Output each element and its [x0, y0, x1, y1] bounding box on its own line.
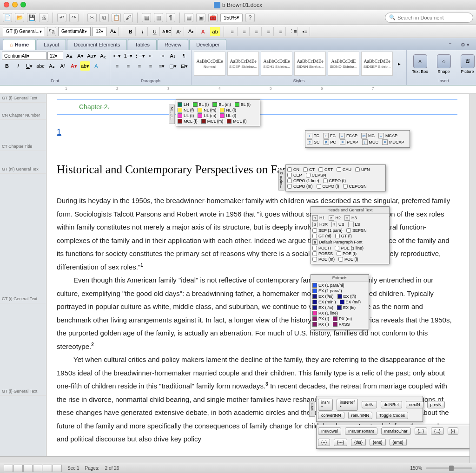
tab-review[interactable]: Review — [158, 39, 188, 50]
chapter-style[interactable]: CEPOSN — [343, 184, 367, 189]
styles-pane-button[interactable]: ¶a — [47, 27, 56, 36]
format-painter-button[interactable]: 🖌 — [124, 13, 133, 22]
style-label[interactable]: GT (i) General Text — [0, 94, 46, 103]
head-style[interactable]: 3H3R — [312, 222, 328, 227]
insert-char[interactable]: {...} — [415, 427, 428, 435]
head-style[interactable]: POE (l) — [338, 257, 358, 262]
note-action[interactable]: delN — [362, 401, 377, 408]
insert-char[interactable]: InsMiscChar — [381, 427, 411, 435]
head-style[interactable]: 2H2 — [329, 215, 341, 221]
redo-button[interactable]: ↷ — [69, 13, 79, 22]
pages-value[interactable]: 2 of 26 — [105, 466, 119, 471]
print-button[interactable]: 🖨 — [39, 13, 48, 22]
caption-style[interactable]: MMC — [361, 133, 375, 138]
superscript-button[interactable]: A² — [174, 27, 184, 36]
tab-home[interactable]: ⌂Home — [3, 39, 36, 50]
rib-sup[interactable]: A² — [58, 61, 68, 71]
style-label[interactable]: CT Chapter Title — [0, 142, 46, 151]
rib-shading[interactable]: ▢▾ — [168, 61, 178, 71]
style-swatch[interactable]: BL (m) — [212, 102, 231, 107]
rib-dedent[interactable]: ⇤ — [145, 51, 156, 60]
style-label[interactable]: GT (i) General Text — [0, 295, 46, 303]
style-card[interactable]: AaBbCcDdEeSIDSEP Sideb... — [361, 52, 393, 76]
style-swatch[interactable]: BL (l) — [235, 102, 251, 107]
extract-style[interactable]: EX (f/i) — [337, 294, 357, 299]
caption-style[interactable]: TTC — [307, 133, 319, 138]
head-style[interactable]: 3H3 — [344, 215, 357, 221]
highlight-button[interactable]: ab — [210, 27, 220, 36]
extract-style[interactable]: PXSS — [333, 322, 350, 327]
style-label[interactable]: GT (ni) General Tex — [0, 165, 46, 174]
rib-highlight[interactable]: ab▾ — [80, 61, 90, 71]
notebook-view[interactable] — [33, 465, 42, 472]
rib-bold[interactable]: B — [2, 61, 12, 71]
head-style[interactable]: GT (i) — [335, 234, 352, 238]
caption-style[interactable]: ?SC — [307, 139, 320, 145]
style-swatch[interactable]: BL (f) — [193, 102, 209, 107]
caption-style[interactable]: ≡FCAP — [339, 133, 357, 138]
style-swatch[interactable]: NL (f) — [178, 108, 194, 112]
focus-view[interactable] — [43, 465, 52, 472]
zoom-slider[interactable] — [426, 467, 472, 469]
chapter-style[interactable]: CT — [303, 167, 315, 172]
caption-style[interactable]: PPC — [324, 139, 337, 145]
close-window-button[interactable] — [4, 2, 9, 7]
rib-align-r[interactable]: ≡ — [134, 61, 145, 71]
style-card[interactable]: AaBbCcDdESIDNO Sideba... — [328, 52, 359, 76]
insert-char[interactable]: {ths} — [351, 439, 366, 446]
numbering-button[interactable]: ⋮≡ — [288, 27, 298, 36]
shrink-font-icon[interactable]: A▾ — [75, 51, 86, 60]
caption-style[interactable]: ≡MUCAP — [382, 139, 404, 145]
font-dropdown[interactable]: GentiumAlt ▾ — [58, 27, 91, 36]
minimize-window-button[interactable] — [12, 2, 18, 7]
rib-borders[interactable]: ⊞▾ — [179, 61, 189, 71]
rib-bullets[interactable]: •≡▾ — [112, 51, 122, 60]
picture-button[interactable]: 🖼Picture — [456, 51, 476, 77]
extract-style[interactable]: EX (l/i) — [337, 305, 356, 310]
ribbon-size-dropdown[interactable]: 12 ▾ — [47, 52, 63, 60]
strike-button[interactable]: ᴀʙᴄ — [162, 27, 172, 36]
zoom-dropdown[interactable]: 150% ▾ — [220, 13, 243, 22]
rib-show-marks[interactable]: ¶ — [179, 51, 189, 60]
caption-style[interactable]: FFC — [323, 133, 336, 138]
line-spacing-button[interactable]: ≡ — [276, 27, 286, 36]
paste-button[interactable]: 📋 — [112, 13, 121, 22]
font-color-button[interactable]: A — [198, 27, 208, 36]
style-swatch[interactable]: UL (f) — [178, 113, 194, 118]
justify-button[interactable]: ≡ — [264, 27, 274, 36]
extracts-palette[interactable]: Extracts EX (1 para/ni)EX (1 para/i)EX (… — [311, 274, 369, 329]
notes-palette[interactable]: EMS... insN *insNRef *delNdelNRefnextNpr… — [316, 396, 423, 422]
extract-style[interactable]: EX (1 para/i) — [312, 289, 342, 293]
note-action[interactable]: insNRef * — [337, 399, 358, 411]
rib-effects[interactable]: A — [91, 61, 101, 71]
chapter-style[interactable]: CEP — [287, 173, 302, 177]
head-style[interactable]: GT (ni) — [312, 234, 331, 238]
insert-char[interactable]: InsVowel — [318, 427, 341, 435]
rib-multilevel[interactable]: ⋮≡▾ — [134, 51, 145, 60]
gallery-button[interactable]: ▣ — [196, 13, 205, 22]
rib-sub[interactable]: A₂ — [46, 61, 57, 71]
publishing-view[interactable] — [23, 465, 33, 472]
style-swatch[interactable]: UL (l) — [220, 113, 236, 118]
head-style[interactable]: 1H1 — [312, 215, 325, 221]
ribbon-font-dropdown[interactable]: GentiumAlt ▾ — [2, 52, 46, 60]
chapter-style[interactable]: UFN — [355, 167, 370, 172]
para-button[interactable]: ¶ — [166, 13, 175, 22]
vertical-scrollbar[interactable] — [469, 94, 476, 473]
chapter-style[interactable]: CEPSN — [306, 173, 326, 177]
tab-document-elements[interactable]: Document Elements — [67, 39, 127, 50]
print-layout-view[interactable] — [4, 465, 13, 472]
note-action[interactable]: renumNN — [348, 412, 373, 419]
ribbon-collapse-button[interactable]: ⌃ — [444, 40, 456, 50]
rib-indent[interactable]: ⇥ — [157, 51, 167, 60]
style-dropdown[interactable]: GT (i) General... ▾ — [3, 27, 45, 36]
font-size-dropdown[interactable]: 12 ▾ — [93, 27, 106, 36]
style-swatch[interactable]: NL (m) — [198, 108, 216, 112]
new-doc-button[interactable]: 📄 — [3, 13, 12, 22]
caption-style[interactable]: ≡PCAP — [340, 139, 358, 145]
style-swatch[interactable]: MCL (l) — [227, 119, 246, 124]
search-box[interactable]: 🔍 — [385, 13, 473, 23]
rib-justify[interactable]: ≡ — [145, 61, 156, 71]
note-action[interactable]: prevN — [427, 401, 445, 408]
insert-char[interactable]: {-} — [448, 427, 458, 435]
